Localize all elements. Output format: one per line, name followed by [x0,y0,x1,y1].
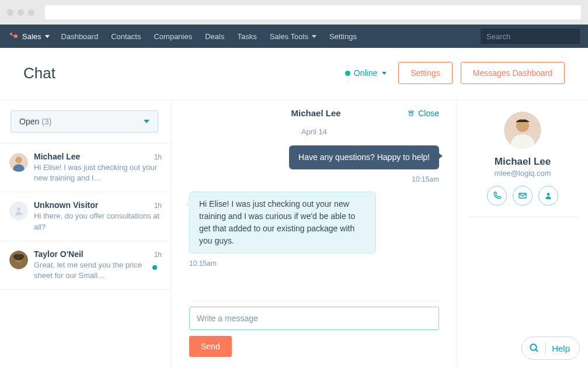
header-actions: Online Settings Messages Dashboard [345,62,565,84]
conversation-preview: Great, let me send you the price sheet f… [34,260,162,281]
date-divider: April 14 [189,127,439,136]
nav-items: Dashboard Contacts Companies Deals Tasks… [61,32,481,41]
message-timestamp: 10:15am [189,259,439,268]
contact-name: Michael Lee [495,156,551,168]
nav-item-contacts[interactable]: Contacts [111,32,141,41]
url-bar[interactable] [45,5,581,19]
conversation-time: 1h [154,153,162,161]
messages-dashboard-button[interactable]: Messages Dashboard [461,62,565,84]
email-button[interactable] [513,186,533,206]
avatar [9,251,28,269]
close-label: Close [418,109,439,118]
conversation-preview: Hi Elise! I was just checking out your n… [34,162,162,183]
conversation-name: Unknown Visitor [34,200,98,210]
conversation-item[interactable]: Unknown Visitor1h Hi there, do you offer… [0,192,171,241]
call-button[interactable] [487,186,507,206]
conversation-item[interactable]: Taylor O'Neil1h Great, let me send you t… [0,241,171,290]
svg-point-14 [530,344,537,350]
avatar [9,202,28,220]
filter-dropdown[interactable]: Open (3) [11,110,158,133]
conversation-item[interactable]: Michael Lee1h Hi Elise! I was just check… [0,144,171,192]
view-contact-button[interactable] [538,186,558,206]
conversation-sidebar: Open (3) Michael Lee1h Hi Elise! I was j… [0,100,172,367]
chevron-down-icon [45,35,50,38]
svg-line-15 [535,349,538,352]
traffic-zoom[interactable] [28,9,34,16]
nav-item-settings[interactable]: Settings [329,32,357,41]
chevron-down-icon [144,120,149,123]
svg-point-6 [17,207,20,211]
settings-button[interactable]: Settings [398,62,453,84]
nav-item-companies[interactable]: Companies [154,32,192,41]
chat-header: Michael Lee Close [189,100,439,124]
svg-point-4 [15,157,22,163]
page-title: Chat [23,64,55,82]
chevron-down-icon [382,72,387,75]
divider [467,216,579,217]
chat-pane: Michael Lee Close April 14 Have any ques… [172,100,457,367]
status-dot-icon [345,71,350,76]
svg-rect-2 [11,34,14,36]
nav-item-dashboard[interactable]: Dashboard [61,32,99,41]
contact-actions [487,186,558,206]
traffic-lights [7,9,34,16]
chat-contact-name: Michael Lee [224,108,408,118]
user-icon [544,192,552,200]
divider [545,342,546,354]
agent-message-bubble: Have any questions? Happy to help! [289,145,439,169]
compose-area: Send [189,300,439,367]
status-dropdown[interactable]: Online [345,68,387,78]
traffic-minimize[interactable] [18,9,24,16]
user-icon [13,206,24,216]
avatar [504,112,541,149]
filter-label: Open [19,117,39,126]
nav-brand-dropdown[interactable]: Sales [22,32,50,41]
hubspot-sprocket-icon [8,31,19,41]
message-input[interactable] [189,307,439,330]
message-timestamp: 10:15am [189,175,439,183]
svg-point-13 [547,193,550,196]
help-widget[interactable]: Help [521,336,580,360]
message-row: Have any questions? Happy to help! [189,145,439,169]
content-area: Open (3) Michael Lee1h Hi Elise! I was j… [0,100,588,367]
browser-chrome [0,0,588,25]
conversation-list: Michael Lee1h Hi Elise! I was just check… [0,143,171,290]
phone-icon [492,191,502,200]
nav-brand-label: Sales [22,32,41,41]
conversation-preview: Hi there, do you offer consultations at … [34,211,162,232]
svg-point-1 [14,34,18,38]
nav-item-tasks[interactable]: Tasks [237,32,256,41]
global-search-input[interactable]: Search [481,29,580,44]
email-icon [518,191,527,200]
close-conversation-button[interactable]: Close [408,109,439,118]
status-label: Online [354,68,377,78]
contact-panel: Michael Lee mlee@logiq.com [457,100,588,367]
conversation-time: 1h [154,202,162,210]
archive-icon [408,110,415,117]
chevron-down-icon [312,35,316,38]
conversation-name: Michael Lee [34,152,80,161]
unread-indicator-icon [152,265,157,270]
help-label: Help [552,343,570,353]
filter-count: (3) [41,117,51,126]
conversation-name: Taylor O'Neil [34,249,83,259]
send-button[interactable]: Send [189,336,232,357]
conversation-time: 1h [154,251,162,259]
search-icon [529,343,540,353]
visitor-message-bubble: Hi Elise! I was just checking out your n… [189,192,376,254]
nav-item-deals[interactable]: Deals [205,32,224,41]
message-row: Hi Elise! I was just checking out your n… [189,192,439,254]
avatar [9,153,28,172]
contact-email: mlee@logiq.com [494,169,551,178]
nav-item-sales-tools[interactable]: Sales Tools [270,32,316,41]
top-nav: Sales Dashboard Contacts Companies Deals… [0,25,588,48]
page-header: Chat Online Settings Messages Dashboard [0,48,588,100]
traffic-close[interactable] [7,9,13,16]
